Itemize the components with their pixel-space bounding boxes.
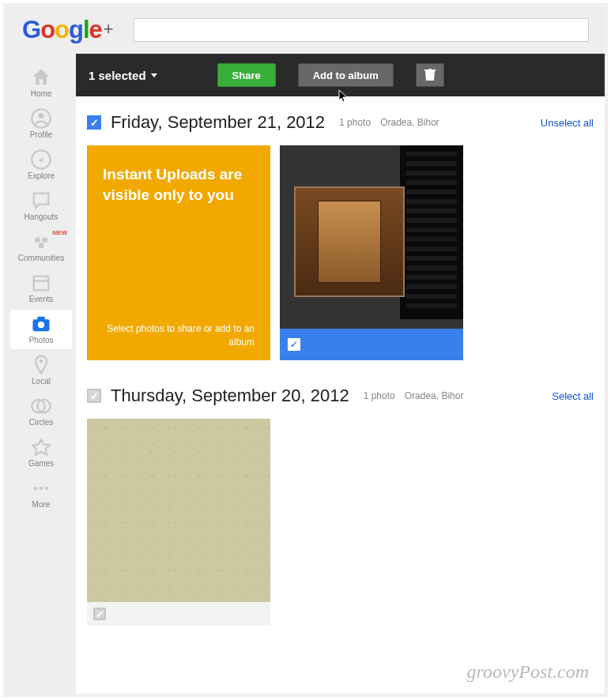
sidebar-item-hangouts[interactable]: Hangouts (10, 186, 72, 226)
unselect-all-link[interactable]: Unselect all (541, 117, 594, 129)
new-badge: NEW (52, 229, 67, 236)
communities-icon (30, 231, 52, 253)
svg-point-5 (39, 243, 44, 248)
selected-count-dropdown[interactable]: 1 selected (89, 69, 157, 82)
day-header: Thursday, September 20, 2012 1 photo Ora… (87, 386, 594, 406)
profile-icon (30, 107, 52, 130)
pin-icon (30, 354, 52, 376)
sidebar-item-events[interactable]: Events (10, 269, 72, 308)
main-content: 1 selected Share Add to album Friday, Se… (76, 54, 605, 694)
sidebar-item-profile[interactable]: Profile (10, 104, 72, 144)
day-title: Friday, September 21, 2012 (111, 112, 325, 133)
circles-icon (30, 395, 52, 417)
calendar-icon (30, 272, 52, 294)
svg-point-1 (39, 113, 44, 119)
sidebar-item-photos[interactable]: Photos (10, 310, 72, 349)
sidebar-item-local[interactable]: Local (10, 351, 72, 390)
sidebar: Home Profile Explore Hangouts NEW Commun… (6, 54, 76, 694)
day-header: Friday, September 21, 2012 1 photo Orade… (87, 112, 594, 133)
day-photo-count: 1 photo (364, 390, 395, 401)
sidebar-item-label: Communities (18, 254, 64, 262)
day-title: Thursday, September 20, 2012 (111, 386, 349, 406)
home-icon (30, 66, 52, 88)
photo-image (87, 419, 270, 602)
sidebar-item-label: Games (28, 459, 54, 468)
svg-point-14 (34, 487, 38, 491)
sidebar-item-games[interactable]: Games (10, 433, 72, 472)
games-icon (30, 436, 52, 458)
svg-point-16 (45, 487, 49, 491)
more-icon (30, 477, 52, 499)
photo-image (280, 145, 463, 329)
google-plus-logo[interactable]: Google+ (22, 16, 113, 44)
sidebar-item-circles[interactable]: Circles (10, 392, 72, 431)
chat-icon (30, 190, 52, 212)
svg-point-3 (35, 237, 40, 243)
sidebar-item-label: Circles (29, 418, 54, 427)
photo-checkbox[interactable] (288, 338, 300, 351)
svg-rect-10 (37, 317, 44, 321)
sidebar-item-explore[interactable]: Explore (10, 145, 72, 185)
selection-toolbar: 1 selected Share Add to album (76, 54, 605, 96)
selected-count-label: 1 selected (89, 69, 146, 82)
info-card-subtitle: Select photos to share or add to an albu… (103, 322, 255, 349)
compass-icon (30, 149, 52, 171)
trash-icon (424, 69, 436, 81)
sidebar-item-label: Profile (30, 130, 52, 139)
instant-uploads-card: Instant Uploads are visible only to you … (87, 145, 270, 360)
photo-checkbox[interactable] (93, 608, 106, 620)
header-bar: Google+ (6, 6, 605, 54)
sidebar-item-label: Hangouts (25, 213, 58, 221)
share-button[interactable]: Share (217, 63, 276, 87)
sidebar-item-communities[interactable]: NEW Communities (10, 228, 72, 267)
svg-point-4 (42, 237, 47, 243)
photo-selection-bar (87, 602, 270, 626)
day-checkbox[interactable] (87, 389, 101, 403)
add-to-album-button[interactable]: Add to album (298, 63, 394, 87)
day-checkbox[interactable] (87, 115, 101, 130)
delete-button[interactable] (416, 63, 444, 87)
day-location: Oradea, Bihor (405, 390, 464, 401)
sidebar-item-label: Events (29, 295, 54, 303)
sidebar-item-label: Local (32, 377, 51, 386)
svg-point-9 (38, 322, 44, 328)
day-location: Oradea, Bihor (380, 117, 439, 128)
sidebar-item-label: Photos (28, 336, 53, 344)
watermark: groovyPost.com (467, 661, 589, 683)
info-card-title: Instant Uploads are visible only to you (103, 164, 255, 205)
day-photo-count: 1 photo (339, 117, 371, 128)
camera-icon (30, 313, 52, 335)
sidebar-item-label: Home (31, 89, 52, 98)
photo-thumbnail[interactable] (280, 145, 463, 360)
sidebar-item-label: More (32, 500, 51, 509)
svg-point-15 (40, 487, 43, 491)
svg-rect-6 (34, 277, 49, 291)
photo-thumbnail[interactable] (87, 419, 270, 626)
select-all-link[interactable]: Select all (552, 390, 594, 402)
caret-down-icon (151, 73, 157, 77)
sidebar-item-more[interactable]: More (10, 474, 72, 514)
sidebar-item-home[interactable]: Home (10, 63, 72, 103)
search-input[interactable] (134, 18, 589, 42)
svg-point-11 (40, 359, 43, 363)
photo-selection-bar (280, 329, 463, 360)
sidebar-item-label: Explore (28, 171, 55, 180)
